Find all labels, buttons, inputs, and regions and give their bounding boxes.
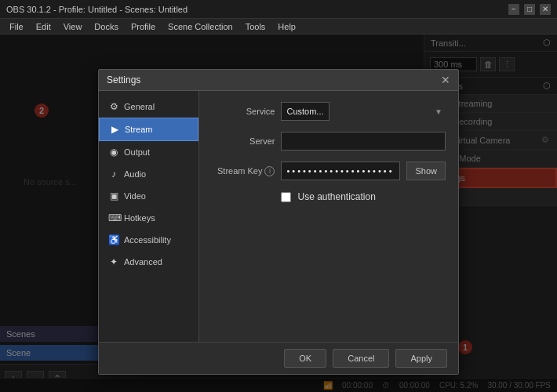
nav-stream[interactable]: ▶ Stream [99, 118, 198, 141]
general-icon: ⚙ [108, 101, 119, 112]
nav-accessibility[interactable]: ♿ Accessibility [99, 229, 198, 251]
modal-body: ⚙ General ▶ Stream ◉ Output ♪ Audio [99, 91, 458, 342]
menu-scene-collection[interactable]: Scene Collection [162, 19, 239, 34]
output-icon: ◉ [108, 147, 119, 158]
main-content: No source s... Scenes Scene + − ⌃ Transi… [0, 34, 557, 392]
menu-file[interactable]: File [3, 19, 30, 34]
nav-output[interactable]: ◉ Output [99, 141, 198, 163]
service-select[interactable]: Custom... Twitch YouTube [281, 102, 329, 121]
service-select-wrapper: Custom... Twitch YouTube ▼ [281, 102, 446, 121]
title-bar: OBS 30.1.2 - Profile: Untitled - Scenes:… [0, 0, 557, 19]
nav-advanced[interactable]: ✦ Advanced [99, 251, 198, 273]
stream-key-input[interactable] [281, 162, 400, 180]
nav-output-label: Output [124, 147, 150, 157]
show-stream-key-button[interactable]: Show [406, 162, 446, 180]
server-row: Server [212, 132, 446, 151]
window-title: OBS 30.1.2 - Profile: Untitled - Scenes:… [6, 5, 187, 14]
modal-close-button[interactable]: ✕ [441, 74, 450, 85]
modal-titlebar: Settings ✕ [99, 70, 458, 91]
menu-profile[interactable]: Profile [125, 19, 162, 34]
audio-icon: ♪ [108, 169, 119, 180]
stream-content: Service Custom... Twitch YouTube ▼ S [199, 91, 458, 342]
modal-footer: OK Cancel Apply [99, 342, 458, 374]
maximize-button[interactable]: □ [524, 4, 535, 15]
auth-checkbox-row: Use authentication [212, 191, 446, 202]
advanced-icon: ✦ [108, 256, 119, 267]
nav-audio-label: Audio [124, 169, 146, 179]
server-input[interactable] [281, 132, 446, 151]
auth-checkbox-label: Use authentication [297, 191, 375, 202]
stream-key-row: Stream Key i Show [212, 162, 446, 180]
nav-hotkeys-label: Hotkeys [124, 213, 155, 223]
minimize-button[interactable]: − [508, 4, 519, 15]
modal-title: Settings [107, 74, 140, 85]
service-select-arrow-icon: ▼ [435, 107, 442, 116]
settings-modal: Settings ✕ ⚙ General ▶ Stream ◉ [98, 69, 459, 375]
nav-audio[interactable]: ♪ Audio [99, 163, 198, 185]
close-button[interactable]: ✕ [540, 4, 551, 15]
nav-video-label: Video [124, 191, 146, 201]
window-controls: − □ ✕ [508, 4, 551, 15]
auth-checkbox[interactable] [281, 192, 291, 202]
nav-advanced-label: Advanced [124, 257, 162, 267]
nav-accessibility-label: Accessibility [124, 235, 171, 245]
service-label: Service [212, 107, 275, 116]
stream-key-label: Stream Key i [212, 166, 275, 176]
menu-tools[interactable]: Tools [239, 19, 272, 34]
modal-sidebar: ⚙ General ▶ Stream ◉ Output ♪ Audio [99, 91, 199, 342]
nav-video[interactable]: ▣ Video [99, 185, 198, 207]
ok-button[interactable]: OK [284, 349, 326, 368]
stream-icon: ▶ [109, 124, 120, 135]
settings-modal-overlay: Settings ✕ ⚙ General ▶ Stream ◉ [0, 34, 557, 392]
menu-docks[interactable]: Docks [88, 19, 125, 34]
accessibility-icon: ♿ [108, 234, 119, 245]
nav-stream-label: Stream [125, 125, 152, 134]
menu-view[interactable]: View [57, 19, 89, 34]
nav-general[interactable]: ⚙ General [99, 96, 198, 118]
service-row: Service Custom... Twitch YouTube ▼ [212, 102, 446, 121]
apply-button[interactable]: Apply [395, 349, 447, 368]
server-label: Server [212, 136, 275, 146]
menu-help[interactable]: Help [271, 19, 302, 34]
cancel-button[interactable]: Cancel [333, 349, 389, 368]
nav-hotkeys[interactable]: ⌨ Hotkeys [99, 207, 198, 229]
hotkeys-icon: ⌨ [108, 212, 119, 223]
menu-edit[interactable]: Edit [30, 19, 57, 34]
video-icon: ▣ [108, 191, 119, 201]
menu-bar: File Edit View Docks Profile Scene Colle… [0, 19, 557, 34]
nav-general-label: General [124, 102, 155, 111]
stream-key-info-icon: i [264, 166, 275, 176]
